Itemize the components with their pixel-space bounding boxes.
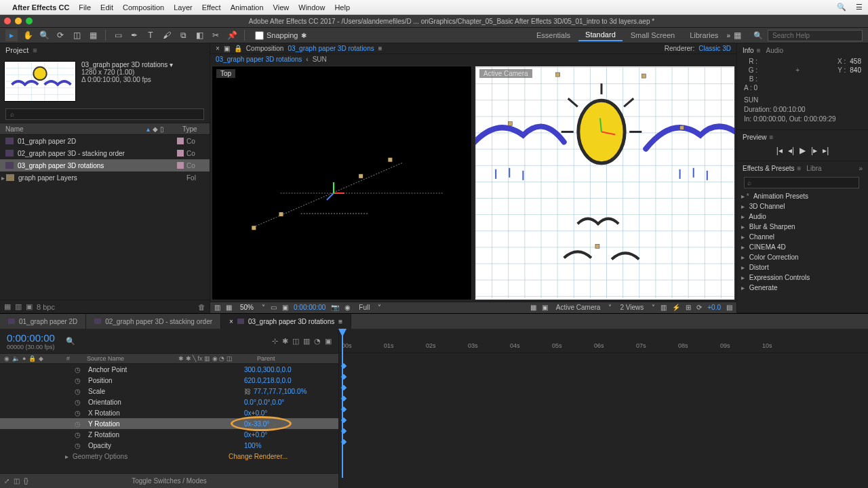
graph-editor-icon[interactable]: ▣	[325, 337, 332, 346]
keyframe-icon[interactable]	[341, 385, 347, 390]
roi-icon[interactable]: ▣	[542, 304, 548, 311]
menu-edit[interactable]: Edit	[100, 3, 113, 12]
rect-tool-icon[interactable]: ▭	[112, 29, 124, 41]
timeline-icon[interactable]: ⊞	[686, 304, 691, 311]
stopwatch-icon[interactable]: ◷	[75, 388, 83, 395]
prop-value[interactable]: 0x-33.0°	[244, 420, 269, 428]
brush-tool-icon[interactable]: 🖌	[161, 29, 173, 41]
project-panel-tab[interactable]: Project ≡	[0, 43, 210, 57]
project-row[interactable]: 02_graph paper 3D - stacking order Co	[0, 147, 210, 159]
prop-value[interactable]: 0.0°,0.0°,0.0°	[244, 399, 284, 406]
prop-value[interactable]: 100%	[244, 442, 262, 449]
menu-effect[interactable]: Effect	[202, 3, 221, 12]
stopwatch-icon[interactable]: ◷	[75, 366, 83, 373]
project-row[interactable]: 01_graph paper 2D Co	[0, 135, 210, 147]
keyframe-icon[interactable]	[341, 418, 347, 423]
col-type[interactable]: Type	[182, 125, 210, 133]
project-search-input[interactable]	[5, 108, 204, 120]
view-top[interactable]: Top	[212, 66, 472, 300]
timeline-prop-row[interactable]: ◷Position620.0,218.0,0.0	[0, 375, 338, 386]
stopwatch-icon[interactable]: ◷	[75, 409, 83, 417]
constrain-icon[interactable]: ⛓	[244, 388, 251, 395]
project-row[interactable]: 03_graph paper 3D rotations Co	[0, 159, 210, 171]
lock-icon[interactable]: 🔒	[234, 45, 242, 52]
effects-tree-item[interactable]: Color Correction	[737, 252, 868, 262]
twirl-icon[interactable]: ▸	[65, 453, 68, 460]
reset-exposure-icon[interactable]: ⟳	[696, 304, 702, 311]
audio-column-icon[interactable]: 🔈	[12, 355, 20, 362]
window-minimize-button[interactable]	[15, 18, 22, 24]
interpret-footage-icon[interactable]: ▦	[4, 302, 11, 311]
label-swatch[interactable]	[177, 138, 184, 144]
col-name[interactable]: Name	[0, 125, 146, 133]
chevron-down-icon[interactable]: ˅	[652, 304, 655, 311]
effects-tree-item[interactable]: Channel	[737, 232, 868, 242]
zoom-tool-icon[interactable]: 🔍	[38, 29, 50, 41]
renderer-value[interactable]: Classic 3D	[698, 45, 731, 52]
snapping-checkbox[interactable]	[255, 31, 264, 40]
window-zoom-button[interactable]	[26, 18, 33, 24]
frame-blend-icon[interactable]: ▥	[303, 337, 310, 346]
bpc-label[interactable]: 8 bpc	[37, 303, 55, 311]
camera-tool-icon[interactable]: ▦	[87, 29, 99, 41]
keyframe-icon[interactable]	[341, 363, 347, 369]
comp-flowchart-icon[interactable]: ▤	[726, 304, 732, 311]
menubar-list-icon[interactable]: ☰	[856, 3, 863, 12]
type-tool-icon[interactable]: T	[144, 29, 157, 41]
timeline-tab[interactable]: 01_graph paper 2D	[0, 314, 86, 329]
solo-column-icon[interactable]: ●	[22, 355, 26, 362]
keyframe-icon[interactable]	[341, 439, 347, 445]
effects-tree-item[interactable]: Expression Controls	[737, 272, 868, 283]
stopwatch-icon[interactable]: ◷	[75, 377, 83, 384]
effects-tree-item[interactable]: Animation Presets	[737, 191, 868, 201]
time-ruler[interactable]: 00s 01s 02s 03s 04s 05s 06s 07s 08s 09s …	[339, 329, 868, 353]
sort-indicator-icon[interactable]: ▴	[146, 125, 150, 133]
chevron-down-icon[interactable]: ˅	[262, 304, 265, 311]
timeline-tab[interactable]: 02_graph paper 3D - stacking order	[86, 314, 221, 329]
workspace-libraries[interactable]: Libraries	[683, 30, 725, 41]
effects-tree-item[interactable]: Distort	[737, 262, 868, 272]
workspace-standard[interactable]: Standard	[578, 29, 623, 41]
timeline-prop-row[interactable]: ◷Z Rotation0x+0.0°	[0, 429, 338, 440]
keyframe-icon[interactable]	[341, 407, 347, 412]
last-frame-icon[interactable]: ▸|	[823, 146, 829, 155]
hand-tool-icon[interactable]: ✋	[22, 29, 34, 41]
toggle-switches-modes[interactable]: Toggle Switches / Modes	[132, 477, 207, 485]
keyframe-icon[interactable]	[341, 428, 347, 434]
snapshot-icon[interactable]: 📷	[331, 304, 339, 311]
col-source[interactable]: Source Name	[87, 355, 178, 362]
timeline-prop-row[interactable]: ◷Scale⛓77.7,77.7,100.0%	[0, 386, 338, 396]
label-swatch[interactable]	[177, 162, 184, 169]
eraser-tool-icon[interactable]: ◧	[193, 29, 205, 41]
comp-footer-icon[interactable]: ▥	[214, 304, 220, 311]
window-close-button[interactable]	[4, 18, 11, 24]
resolution-select[interactable]: Full	[356, 303, 372, 312]
panel-menu-icon[interactable]: ≡	[338, 318, 342, 325]
twirl-icon[interactable]: ▸	[1, 174, 5, 182]
timeline-right[interactable]: 00s 01s 02s 03s 04s 05s 06s 07s 08s 09s …	[339, 329, 868, 488]
composition-name[interactable]: 03_graph paper 3D rotations	[288, 45, 374, 52]
spotlight-icon[interactable]: 🔍	[837, 3, 846, 12]
effects-tree-item[interactable]: Blur & Sharpen	[737, 222, 868, 232]
stopwatch-icon[interactable]: ◷	[75, 431, 83, 439]
magnification-select[interactable]: 50%	[237, 303, 256, 312]
keyframe-icon[interactable]	[341, 396, 347, 401]
view-active-camera[interactable]: Active Camera	[475, 66, 735, 300]
effects-search-input[interactable]	[744, 177, 859, 188]
overflow-icon[interactable]: »	[859, 165, 863, 172]
puppet-tool-icon[interactable]: 📌	[226, 29, 238, 41]
menu-composition[interactable]: Composition	[123, 3, 164, 12]
rotate-tool-icon[interactable]: ◫	[71, 29, 83, 41]
chevron-down-icon[interactable]: ˅	[378, 304, 381, 311]
snapping-toggle[interactable]: Snapping ✱	[255, 31, 307, 40]
fast-preview-icon[interactable]: ⚡	[672, 304, 680, 311]
timeline-prop-row[interactable]: ◷Y Rotation0x-33.0°	[0, 418, 338, 429]
lock-column-icon[interactable]: 🔒	[28, 355, 36, 362]
workspace-overflow-icon[interactable]: »	[726, 32, 730, 39]
workspace-small-screen[interactable]: Small Screen	[624, 30, 682, 41]
menu-view[interactable]: View	[273, 3, 290, 12]
pixel-aspect-icon[interactable]: ▥	[660, 304, 667, 311]
timeline-prop-row[interactable]: ▸Geometry OptionsChange Renderer...	[0, 451, 338, 462]
effects-tab[interactable]: Effects & Presets≡	[743, 165, 801, 172]
view-select[interactable]: Active Camera	[553, 303, 604, 312]
